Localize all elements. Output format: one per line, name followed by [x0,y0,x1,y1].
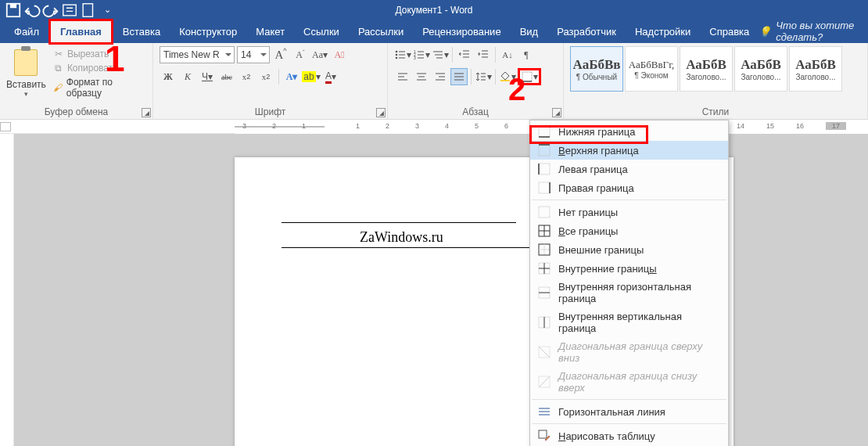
tab-help[interactable]: Справка [700,21,759,42]
menu-inside-h-border[interactable]: Внутренняя горизонтальная граница [530,278,728,308]
strike-button[interactable]: abc [218,68,235,85]
annotation-2: 2 [508,72,525,107]
save-icon[interactable] [5,2,22,19]
menu-all-borders[interactable]: Все границы [530,221,728,240]
format-painter-button[interactable]: 🖌 Формат по образцу [51,76,146,99]
diag-down-icon [538,346,551,358]
font-family-combo[interactable]: Times New R [160,46,235,63]
menu-horizontal-line[interactable]: Горизонтальная линия [530,402,728,421]
svg-rect-15 [539,182,550,193]
menu-bottom-border[interactable]: Нижняя граница [530,122,728,141]
ribbon: Вставить ▾ ✂ Вырезать ⧉ Копировать 🖌 Фор… [0,43,868,120]
right-border-icon [538,182,551,194]
align-center-button[interactable] [413,68,430,85]
align-left-button[interactable] [394,68,411,85]
group-clipboard: Вставить ▾ ✂ Вырезать ⧉ Копировать 🖌 Фор… [0,43,153,119]
style-heading1[interactable]: АаБбВ Заголово... [680,46,733,92]
style-heading2[interactable]: АаБбВ Заголово... [734,46,787,92]
pilcrow-button[interactable]: ¶ [518,46,535,63]
menu-inside-v-border[interactable]: Внутренняя вертикальная граница [530,308,728,337]
group-styles-title: Стили [570,105,861,117]
watermark-text: ZaWindows.ru [360,229,443,246]
tab-review[interactable]: Рецензирование [413,21,510,42]
menu-no-border[interactable]: Нет границы [530,203,728,221]
bold-button[interactable]: Ж [160,68,177,85]
group-paragraph: ▾ 123▾ ▾ A↓ ¶ ▾ ▾ ▾ Абза [388,43,564,119]
menu-outside-borders[interactable]: Внешние границы [530,240,728,259]
shrink-font-icon[interactable]: Aˇ [292,46,309,63]
tab-layout[interactable]: Макет [246,21,294,42]
tab-references[interactable]: Ссылки [294,21,349,42]
underline-button[interactable]: Ч▾ [199,68,216,85]
menu-draw-table[interactable]: Нарисовать таблицу [530,426,728,445]
styles-gallery[interactable]: АаБбВв ¶ Обычный АаБбВвГг, ¶ Эконом АаБб… [570,46,842,92]
paragraph-dialog-launcher[interactable] [552,108,561,117]
svg-rect-3 [83,3,92,16]
tab-addins[interactable]: Надстройки [626,21,700,42]
indent-button[interactable] [475,46,492,63]
text-effects-button[interactable]: A▾ [283,68,300,85]
new-doc-icon[interactable] [80,2,97,19]
redo-icon[interactable] [42,2,59,19]
ruler-horizontal[interactable]: 3 2 1 1 2 3 4 5 6 14 15 16 17 [0,120,868,134]
change-case-icon[interactable]: Aa▾ [311,46,328,63]
clear-format-icon[interactable]: A⃠ [331,46,348,63]
tab-mailings[interactable]: Рассылки [349,21,413,42]
superscript-button[interactable]: x2 [257,68,274,85]
font-size-combo[interactable]: 14 [237,46,270,63]
quick-save-icon[interactable] [61,2,78,19]
align-right-button[interactable] [432,68,449,85]
tell-me[interactable]: 💡 Что вы хотите сделать? [759,20,868,43]
format-painter-label: Формат по образцу [66,77,144,99]
tell-me-label: Что вы хотите сделать? [776,20,860,43]
font-color-button[interactable]: A▾ [322,68,339,85]
line-spacing-button[interactable]: ▾ [475,68,492,85]
menu-right-border[interactable]: Правая граница [530,178,728,197]
separator [278,69,279,85]
grow-font-icon[interactable]: A^ [272,46,289,63]
menu-left-border[interactable]: Левая граница [530,160,728,178]
quick-access-toolbar: ⌄ [0,2,116,19]
clipboard-dialog-launcher[interactable] [142,108,151,117]
tab-developer[interactable]: Разработчик [547,21,626,42]
page-top-line-left [282,222,516,223]
chevron-down-icon: ▾ [24,90,28,98]
svg-rect-12 [539,126,550,137]
ruler-vertical[interactable] [0,134,14,446]
subscript-button[interactable]: x2 [238,68,255,85]
tab-view[interactable]: Вид [511,21,548,42]
font-dialog-launcher[interactable] [376,108,386,117]
multilevel-button[interactable]: ▾ [432,46,449,63]
outdent-button[interactable] [456,46,473,63]
tab-selector[interactable] [0,122,11,131]
ribbon-tabs: Файл Главная Вставка Конструктор Макет С… [0,20,868,43]
paste-label: Вставить [6,79,46,90]
highlight-button[interactable]: ab▾ [303,68,320,85]
numbering-button[interactable]: 123▾ [413,46,430,63]
cut-button[interactable]: ✂ Вырезать [51,48,146,60]
bullets-button[interactable]: ▾ [394,46,411,63]
menu-top-border[interactable]: Верхняя граница [530,141,728,160]
undo-icon[interactable] [23,2,41,19]
bulb-icon: 💡 [759,26,771,38]
bottom-border-icon [538,125,551,138]
h-line-icon [538,405,551,418]
window-title: Документ1 - Word [395,5,472,16]
left-border-icon [538,163,551,175]
tab-design[interactable]: Конструктор [170,21,246,42]
paste-button[interactable]: Вставить ▾ [6,46,46,101]
svg-point-5 [396,54,398,56]
copy-button[interactable]: ⧉ Копировать [51,62,146,74]
sort-button[interactable]: A↓ [499,46,516,63]
tab-home[interactable]: Главная [48,19,113,45]
italic-button[interactable]: К [179,68,196,85]
style-heading3[interactable]: АаБбВ Заголово... [789,46,842,92]
cut-label: Вырезать [67,49,109,59]
align-justify-button[interactable] [450,68,468,85]
style-econom[interactable]: АаБбВвГг, ¶ Эконом [625,46,678,92]
svg-point-4 [396,51,398,53]
qat-more-icon[interactable]: ⌄ [99,2,116,19]
style-normal[interactable]: АаБбВв ¶ Обычный [570,46,623,92]
menu-inside-borders[interactable]: Внутренние границы [530,259,728,278]
tab-file[interactable]: Файл [5,21,48,42]
